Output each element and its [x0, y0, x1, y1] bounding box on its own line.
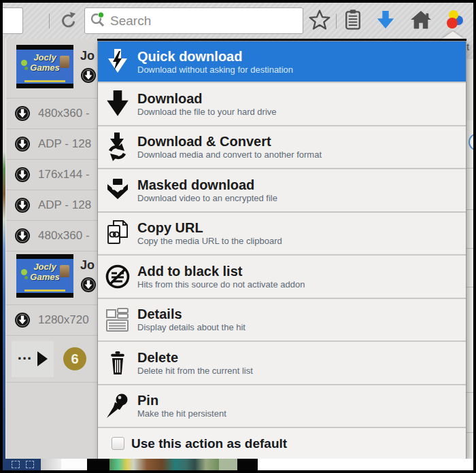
downloads-button[interactable]	[374, 10, 397, 33]
download-convert-icon	[98, 133, 137, 161]
page-fragment-block	[237, 459, 258, 470]
thumbnail-letterbox	[16, 84, 73, 88]
home-button[interactable]	[409, 10, 432, 33]
hit-row[interactable]: 1280x720	[6, 305, 97, 336]
page-fragment-block	[87, 459, 109, 470]
clipboard-button[interactable]	[341, 10, 364, 33]
toolbar-separator	[49, 14, 50, 29]
download-badge-icon[interactable]	[14, 312, 31, 328]
page-row-line	[466, 287, 473, 287]
menu-item-title: Masked download	[137, 177, 277, 192]
page-row-line	[466, 209, 473, 210]
download-badge-icon[interactable]	[80, 277, 97, 293]
download-badge-icon[interactable]	[14, 105, 31, 122]
hit-row-thumbnail[interactable]: Jocly Games Jo	[6, 251, 97, 305]
thumbnail-castle-art	[60, 265, 69, 277]
menu-item-title: Download	[137, 91, 277, 106]
hit-title: Jo	[80, 258, 97, 273]
reload-button[interactable]	[57, 11, 78, 31]
clipboard-icon	[343, 9, 363, 33]
menu-item-pin[interactable]: Pin Make the hit persistent	[98, 384, 466, 427]
menu-item-quick-download[interactable]: Quick download Download without asking f…	[98, 41, 466, 82]
selection-handle	[26, 461, 34, 468]
menu-item-delete[interactable]: Delete Delete hit from the current list	[98, 340, 466, 384]
thumbnail-letterbox	[16, 293, 73, 298]
page-text-fragment: t	[466, 41, 469, 52]
default-action-row[interactable]: Use this action as default	[98, 427, 466, 459]
menu-item-subtitle: Display details about the hit	[137, 322, 245, 332]
menu-item-details[interactable]: Details Display details about the hit	[98, 298, 466, 341]
search-engine-icon[interactable]	[90, 12, 106, 31]
menu-item-title: Details	[137, 306, 245, 321]
browser-toolbar: Search	[3, 3, 473, 39]
page-video-thumbnail-fragment	[109, 459, 219, 470]
download-badge-icon[interactable]	[14, 136, 31, 152]
video-downloadhelper-button[interactable]	[443, 10, 466, 33]
hit-row[interactable]: 176x144 -	[6, 160, 97, 190]
masked-download-icon	[98, 178, 137, 203]
hit-label: 176x144 -	[38, 168, 90, 181]
page-circle-fragment	[469, 133, 473, 151]
page-behind-right-sliver: t	[466, 39, 473, 459]
menu-item-subtitle: Delete hit from the current list	[137, 366, 253, 376]
video-thumbnail: Jocly Games	[16, 45, 73, 88]
selection-handle	[12, 461, 20, 468]
copy-url-icon	[98, 220, 137, 247]
home-icon	[410, 10, 432, 33]
hit-label: ADP - 128	[38, 137, 91, 151]
menu-item-masked-download[interactable]: Masked download Download video to an enc…	[98, 168, 466, 211]
bookmark-star-button[interactable]	[308, 10, 331, 33]
hit-row[interactable]: 480x360 -	[6, 99, 97, 129]
download-badge-icon[interactable]	[14, 167, 31, 183]
browser-window: Search	[0, 0, 476, 473]
thumbnail-caption-bar	[24, 290, 65, 292]
menu-item-download-convert[interactable]: Download & Convert Download media and co…	[98, 125, 466, 169]
menu-item-download[interactable]: Download Download the file to your hard …	[98, 82, 466, 125]
download-badge-icon[interactable]	[14, 197, 31, 213]
hits-count-badge: 6	[63, 347, 86, 370]
action-context-menu: Quick download Download without asking f…	[97, 41, 466, 459]
hit-row[interactable]: ADP - 128	[6, 190, 97, 221]
menu-item-add-to-blacklist[interactable]: Add to black list Hits from this source …	[98, 254, 466, 298]
quick-download-icon	[98, 48, 137, 75]
menu-item-subtitle: Make the hit persistent	[137, 408, 226, 419]
hit-label: 480x360 -	[38, 229, 90, 243]
thumbnail-castle-art	[60, 56, 69, 68]
menu-item-title: Pin	[137, 393, 226, 408]
menu-item-subtitle: Download the file to your hard drive	[137, 107, 277, 117]
video-downloadhelper-icon	[445, 10, 465, 33]
menu-item-copy-url[interactable]: Copy URL Copy the media URL to the clipb…	[98, 211, 466, 255]
hit-row[interactable]: ADP - 128	[6, 129, 97, 160]
default-action-label: Use this action as default	[131, 436, 287, 451]
page-behind-bottom-strip	[3, 459, 473, 470]
default-action-checkbox[interactable]	[112, 437, 124, 450]
download-badge-icon[interactable]	[80, 67, 97, 84]
hit-row[interactable]: 480x360 -	[6, 221, 97, 251]
downloads-arrow-icon	[376, 10, 395, 33]
hit-row-thumbnail[interactable]: Jocly Games Jo	[6, 39, 97, 99]
page-band	[466, 59, 473, 120]
popup-caret	[442, 31, 464, 39]
menu-item-subtitle: Copy the media URL to the clipboard	[137, 236, 282, 246]
menu-item-subtitle: Download video to an encrypted file	[137, 193, 277, 203]
download-icon	[98, 90, 137, 118]
menu-item-title: Add to black list	[137, 264, 305, 279]
more-hits-row: ... 6	[6, 336, 97, 383]
urlbar-fragment[interactable]	[3, 7, 23, 34]
hit-label: ADP - 128	[38, 198, 91, 212]
reload-icon	[58, 11, 76, 31]
page-fragment-block	[219, 459, 237, 470]
page-row-line	[466, 392, 473, 393]
download-badge-icon[interactable]	[14, 228, 31, 244]
hits-list-panel: Jocly Games Jo	[5, 39, 97, 459]
blacklist-icon	[98, 264, 137, 290]
menu-item-subtitle: Download media and convert to another fo…	[137, 150, 322, 160]
search-input[interactable]: Search	[84, 7, 303, 34]
panel-empty-area	[6, 383, 97, 457]
thumbnail-flower-art	[21, 60, 27, 66]
ellipsis-label: ...	[18, 351, 32, 366]
bookmark-star-icon	[309, 9, 330, 33]
toolbar-separator	[336, 14, 337, 29]
expand-hits-button[interactable]: ...	[12, 341, 54, 377]
hit-title: Jo	[80, 49, 97, 63]
